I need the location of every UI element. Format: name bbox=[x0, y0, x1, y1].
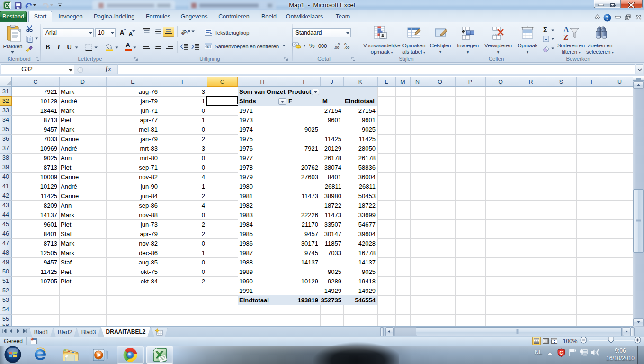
svg-text:,00: ,00 bbox=[334, 46, 340, 49]
svg-text:ab: ab bbox=[181, 28, 188, 36]
svg-text:?: ? bbox=[606, 15, 608, 21]
svg-text:Z: Z bbox=[564, 33, 569, 41]
svg-text:C: C bbox=[560, 350, 563, 355]
svg-text:,00: ,00 bbox=[344, 46, 350, 49]
svg-text:A: A bbox=[564, 26, 569, 34]
